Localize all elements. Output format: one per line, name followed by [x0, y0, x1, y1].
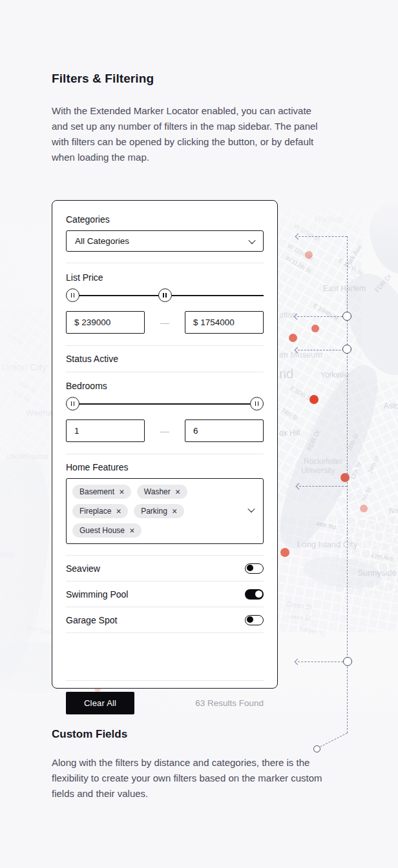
bedrooms-range-slider — [66, 397, 264, 411]
filter-panel: Categories All Categories List Price — S… — [52, 200, 278, 689]
chip-remove-icon[interactable]: ✕ — [129, 527, 135, 534]
toggle-knob — [247, 565, 253, 571]
section-heading-filters: Filters & Filtering — [52, 72, 320, 86]
chip-label: Fireplace — [79, 507, 111, 516]
intro-paragraph: With the Extended Marker Locator enabled… — [52, 103, 320, 165]
chip-remove-icon[interactable]: ✕ — [119, 488, 125, 496]
range-handle-min[interactable] — [66, 397, 79, 410]
chevron-down-icon — [248, 236, 255, 243]
page: HarlemW 121st StW 115th StW 112th StPark… — [0, 0, 398, 868]
seaview-label: Seaview — [66, 563, 100, 574]
intro-section: Filters & Filtering With the Extended Ma… — [52, 72, 320, 165]
max-price-input[interactable] — [185, 311, 264, 334]
min-price-input[interactable] — [66, 311, 145, 334]
chip-remove-icon[interactable]: ✕ — [116, 507, 121, 515]
list-price-label: List Price — [66, 272, 264, 283]
results-count: 63 Results Found — [195, 698, 264, 708]
chip-remove-icon[interactable]: ✕ — [172, 507, 178, 515]
panel-footer: Clear All 63 Results Found — [66, 680, 264, 714]
bedrooms-inputs: — — [66, 419, 264, 442]
list-price-inputs: — — [66, 311, 264, 334]
chip-label: Basement — [79, 487, 114, 496]
outro-paragraph: Along with the filters by distance and c… — [52, 755, 323, 802]
outro-section: Custom Fields Along with the filters by … — [52, 728, 323, 802]
chip-guest-house: Guest House✕ — [72, 523, 141, 538]
toggle-row-swimming-pool: Swimming Pool — [66, 581, 264, 607]
range-dash: — — [160, 318, 169, 328]
chip-label: Parking — [141, 507, 167, 516]
min-bedrooms-input[interactable] — [66, 419, 145, 442]
slider-track — [66, 403, 264, 405]
garage-spot-label: Garage Spot — [66, 615, 117, 625]
divider — [66, 372, 264, 372]
chip-label: Guest House — [79, 526, 125, 535]
range-handle-min[interactable] — [66, 288, 79, 302]
max-bedrooms-input[interactable] — [185, 419, 264, 442]
status-active-row: Status Active — [66, 346, 264, 372]
chip-remove-icon[interactable]: ✕ — [175, 488, 181, 496]
chevron-down-icon — [247, 505, 255, 512]
categories-label: Categories — [66, 214, 264, 225]
chip-basement: Basement✕ — [72, 485, 131, 499]
range-handle-max[interactable] — [250, 397, 264, 410]
divider — [66, 263, 264, 263]
section-heading-custom-fields: Custom Fields — [52, 728, 323, 741]
chip-parking: Parking✕ — [134, 504, 184, 518]
swimming-pool-label: Swimming Pool — [66, 589, 128, 600]
range-dash: — — [160, 426, 169, 436]
feature-toggle-rows: SeaviewSwimming PoolGarage Spot — [66, 556, 264, 633]
swimming-pool-toggle[interactable] — [245, 589, 264, 600]
panel-spacer — [66, 633, 264, 680]
toggle-row-seaview: Seaview — [66, 556, 264, 581]
toggle-knob — [255, 590, 262, 598]
clear-all-button[interactable]: Clear All — [66, 692, 134, 714]
chip-fireplace: Fireplace✕ — [72, 504, 128, 518]
chip-label: Washer — [144, 487, 171, 496]
toggle-row-garage-spot: Garage Spot — [66, 607, 264, 633]
home-features-select[interactable]: Basement✕Washer✕Fireplace✕Parking✕Guest … — [66, 478, 264, 544]
status-active-label: Status Active — [66, 354, 118, 364]
chip-washer: Washer✕ — [137, 485, 187, 499]
divider — [66, 454, 264, 454]
categories-select[interactable]: All Categories — [66, 230, 264, 252]
list-price-range-slider — [66, 288, 264, 303]
range-handle-max[interactable] — [158, 288, 172, 302]
home-features-label: Home Features — [66, 462, 264, 472]
bedrooms-label: Bedrooms — [66, 381, 264, 391]
categories-selected-value: All Categories — [75, 236, 129, 246]
toggle-knob — [255, 361, 262, 368]
garage-spot-toggle[interactable] — [245, 615, 264, 625]
seaview-toggle[interactable] — [245, 563, 264, 574]
toggle-knob — [247, 616, 253, 623]
